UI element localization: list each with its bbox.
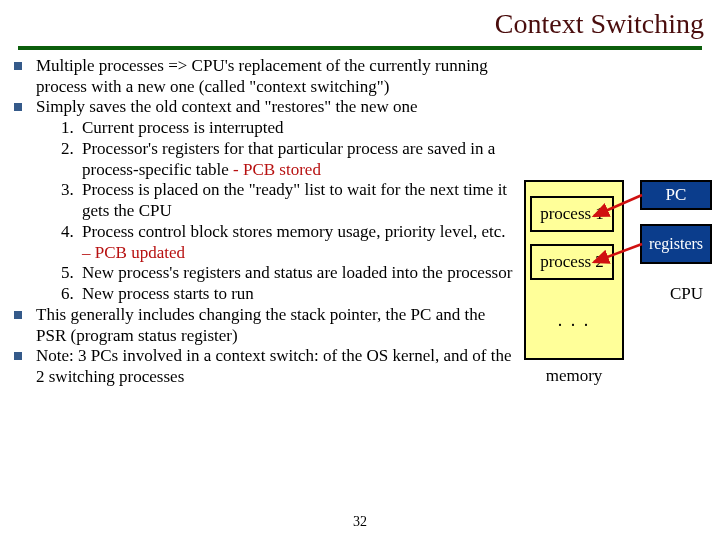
step-4-text: Process control block stores memory usag… [82, 222, 505, 241]
bullet-2: Simply saves the old context and "restor… [14, 97, 518, 304]
bullet-4-text: Note: 3 PCs involved in a context switch… [36, 346, 518, 387]
step-1: Current process is interrupted [78, 118, 518, 139]
diagram: process 1 process 2 . . . memory PC regi… [524, 180, 714, 420]
bullet-3-text: This generally includes changing the sta… [36, 305, 518, 346]
step-5: New process's registers and status are l… [78, 263, 518, 284]
bullet-4: Note: 3 PCs involved in a context switch… [14, 346, 518, 387]
bullet-2-lead: Simply saves the old context and "restor… [36, 97, 418, 116]
bullet-1: Multiple processes => CPU's replacement … [14, 56, 518, 97]
step-2-red: - PCB stored [233, 160, 321, 179]
bullet-3: This generally includes changing the sta… [14, 305, 518, 346]
body-text: Multiple processes => CPU's replacement … [14, 56, 518, 388]
bullet-icon [14, 311, 22, 319]
slide: Context Switching Multiple processes => … [0, 0, 720, 540]
step-2: Processor's registers for that particula… [78, 139, 518, 180]
step-3: Process is placed on the "ready" list to… [78, 180, 518, 221]
step-6: New process starts to run [78, 284, 518, 305]
numbered-steps: Current process is interrupted Processor… [58, 118, 518, 305]
title-rule [18, 46, 702, 50]
arrow-icon [524, 180, 714, 360]
slide-title: Context Switching [495, 8, 704, 40]
svg-line-0 [594, 195, 642, 216]
bullet-icon [14, 103, 22, 111]
bullet-icon [14, 62, 22, 70]
bullet-1-text: Multiple processes => CPU's replacement … [36, 56, 518, 97]
bullet-2-text: Simply saves the old context and "restor… [36, 97, 518, 304]
page-number: 32 [0, 514, 720, 530]
step-4: Process control block stores memory usag… [78, 222, 518, 263]
step-4-red: – PCB updated [82, 243, 185, 262]
svg-line-1 [594, 244, 642, 262]
memory-label: memory [524, 366, 624, 386]
bullet-icon [14, 352, 22, 360]
